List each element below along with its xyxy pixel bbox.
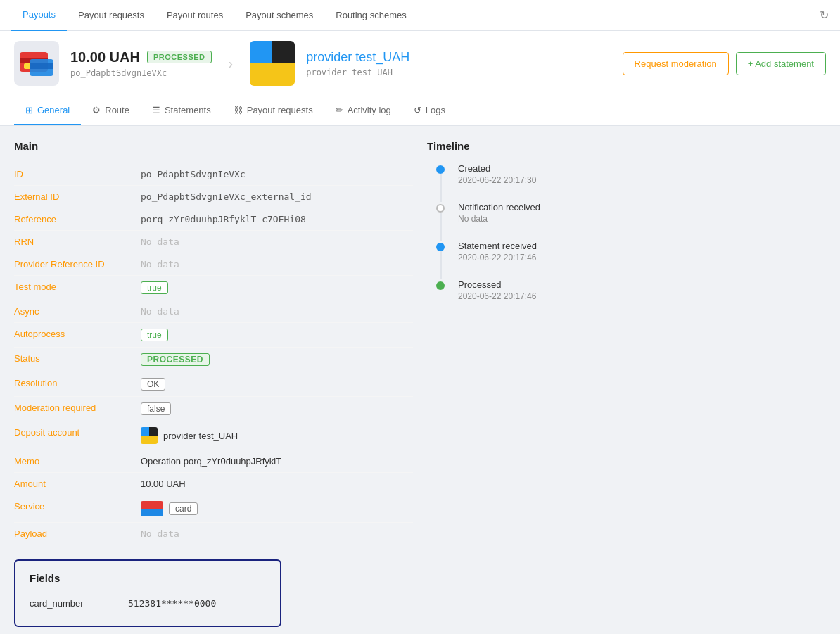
deposit-logo-q2	[149, 427, 158, 436]
deposit-logo-q4	[149, 436, 158, 444]
timeline-line-3	[440, 251, 442, 279]
field-payload-label: Payload	[14, 528, 141, 539]
deposit-logo	[141, 427, 158, 444]
field-autoprocess: Autoprocess true	[14, 323, 413, 348]
field-service-value: card	[141, 501, 413, 516]
field-provider-ref-id-label: Provider Reference ID	[14, 259, 141, 270]
field-memo-label: Memo	[14, 456, 141, 467]
field-id-label: ID	[14, 169, 141, 179]
add-statement-label: + Add statement	[748, 58, 814, 69]
tab-logs[interactable]: ↺ Logs	[402, 96, 457, 125]
deposit-account-name: provider test_UAH	[163, 431, 238, 441]
nav-payouts[interactable]: Payouts	[11, 0, 67, 31]
header-actions: Request moderation + Add statement	[623, 52, 826, 75]
timeline-dot-statement	[436, 243, 445, 251]
deposit-logo-q3	[141, 436, 149, 444]
field-amount-label: Amount	[14, 478, 141, 489]
timeline-time-notification: No data	[458, 214, 826, 224]
field-test-mode-value: true	[141, 281, 413, 294]
field-moderation-required-value: false	[141, 402, 413, 415]
nav-payout-routes[interactable]: Payout routes	[155, 0, 234, 31]
tab-payout-requests-label: Payout requests	[247, 105, 313, 115]
field-resolution: Resolution OK	[14, 372, 413, 397]
tab-route-label: Route	[105, 105, 129, 115]
field-amount: Amount 10.00 UAH	[14, 473, 413, 495]
nav-payout-schemes[interactable]: Payout schemes	[234, 0, 324, 31]
field-external-id-value: po_PdapbtSdvgnIeVXc_external_id	[141, 191, 413, 202]
timeline-dot-created	[436, 165, 445, 174]
provider-id: provider test_UAH	[306, 68, 409, 77]
timeline-section: Timeline Created 2020-06-22 20:17:30 Not…	[427, 140, 826, 627]
tab-activity-log-label: Activity log	[348, 105, 391, 115]
timeline-event-processed: Processed	[458, 279, 826, 290]
autoprocess-badge: true	[141, 329, 168, 341]
field-rrn-label: RRN	[14, 236, 141, 247]
main-section: Main ID po_PdapbtSdvgnIeVXc External ID …	[14, 140, 413, 627]
arrow-separator: ›	[229, 56, 234, 72]
field-memo-value: Operation porq_zYr0duuhpJRfyklT	[141, 456, 413, 467]
provider-logo	[250, 41, 295, 86]
timeline-dot-notification	[436, 204, 445, 213]
tab-statements-label: Statements	[165, 105, 211, 115]
status-badge: PROCESSED	[147, 51, 212, 63]
header-id: po_PdapbtSdvgnIeVXc	[70, 68, 212, 78]
field-rrn: RRN No data	[14, 231, 413, 253]
tab-payout-requests[interactable]: ⛓ Payout requests	[222, 96, 324, 125]
service-card-icon	[141, 501, 163, 516]
refresh-icon[interactable]: ↻	[820, 8, 829, 22]
timeline-time-statement: 2020-06-22 20:17:46	[458, 253, 826, 262]
service-badge: card	[169, 502, 198, 515]
field-external-id-label: External ID	[14, 191, 141, 202]
field-id-value: po_PdapbtSdvgnIeVXc	[141, 169, 413, 179]
field-async-value: No data	[141, 306, 413, 317]
request-moderation-button[interactable]: Request moderation	[623, 52, 729, 75]
resolution-badge: OK	[141, 378, 165, 391]
field-id: ID po_PdapbtSdvgnIeVXc	[14, 163, 413, 186]
field-autoprocess-label: Autoprocess	[14, 329, 141, 339]
timeline-time-created: 2020-06-22 20:17:30	[458, 175, 826, 185]
field-rrn-value: No data	[141, 236, 413, 247]
field-service: Service card	[14, 495, 413, 523]
logo-q4	[272, 63, 295, 86]
field-provider-ref-id: Provider Reference ID No data	[14, 253, 413, 276]
field-external-id: External ID po_PdapbtSdvgnIeVXc_external…	[14, 186, 413, 208]
timeline-item-notification: Notification received No data	[441, 202, 826, 241]
tab-route[interactable]: ⚙ Route	[81, 96, 141, 125]
timeline-event-created: Created	[458, 163, 826, 174]
field-moderation-required: Moderation required false	[14, 397, 413, 421]
logo-q2	[272, 41, 295, 63]
add-statement-button[interactable]: + Add statement	[736, 52, 826, 75]
field-payload: Payload No data	[14, 523, 413, 545]
fields-card-number-value: 512381******0000	[128, 598, 216, 609]
tab-general-label: General	[37, 105, 70, 115]
tab-general[interactable]: ⊞ General	[14, 96, 81, 125]
service-icon-top	[141, 501, 163, 509]
test-mode-badge: true	[141, 281, 168, 294]
field-reference: Reference porq_zYr0duuhpJRfyklT_c7OEHi08	[14, 208, 413, 231]
field-status-label: Status	[14, 353, 141, 364]
field-provider-ref-id-value: No data	[141, 259, 413, 270]
service-icon-bottom	[141, 509, 163, 516]
status-field-badge: PROCESSED	[141, 353, 210, 366]
field-deposit-account-value: provider test_UAH	[141, 427, 413, 444]
field-async: Async No data	[14, 300, 413, 323]
svg-rect-5	[30, 63, 53, 69]
timeline-line-1	[440, 174, 442, 202]
tabs-bar: ⊞ General ⚙ Route ☰ Statements ⛓ Payout …	[0, 96, 840, 126]
field-memo: Memo Operation porq_zYr0duuhpJRfyklT	[14, 450, 413, 473]
deposit-logo-q1	[141, 427, 149, 436]
field-deposit-account-label: Deposit account	[14, 427, 141, 438]
timeline-event-statement: Statement received	[458, 241, 826, 251]
timeline-item-statement: Statement received 2020-06-22 20:17:46	[441, 241, 826, 279]
timeline: Created 2020-06-22 20:17:30 Notification…	[427, 163, 826, 301]
logo-q1	[250, 41, 272, 63]
tab-activity-log[interactable]: ✏ Activity log	[324, 96, 402, 125]
nav-routing-schemes[interactable]: Routing schemes	[324, 0, 417, 31]
field-status: Status PROCESSED	[14, 348, 413, 372]
nav-payout-requests[interactable]: Payout requests	[67, 0, 155, 31]
tab-statements[interactable]: ☰ Statements	[141, 96, 222, 125]
field-test-mode: Test mode true	[14, 276, 413, 300]
fields-card-number-row: card_number 512381******0000	[30, 592, 266, 614]
tab-logs-label: Logs	[426, 105, 445, 115]
header-amount-row: 10.00 UAH PROCESSED	[70, 49, 212, 65]
